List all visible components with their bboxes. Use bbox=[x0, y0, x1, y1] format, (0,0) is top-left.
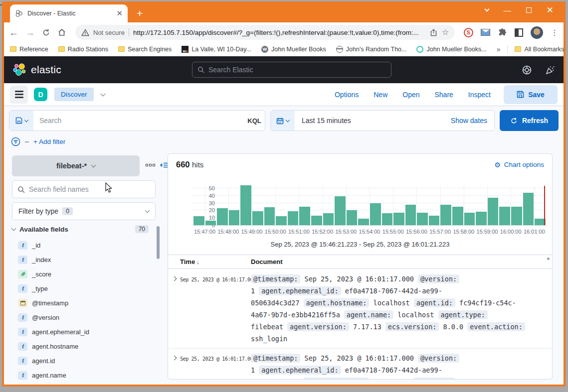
extensions-puzzle-icon[interactable] bbox=[498, 28, 507, 37]
histogram-bar[interactable] bbox=[523, 193, 534, 225]
security-label[interactable]: Not secure bbox=[93, 29, 125, 36]
histogram-bar[interactable] bbox=[511, 207, 522, 225]
save-button[interactable]: Save bbox=[504, 85, 558, 104]
omnibox[interactable]: Not secure http://172.105.7.150/app/disc… bbox=[75, 25, 455, 40]
not-secure-warning-icon[interactable] bbox=[81, 29, 89, 36]
histogram-bar[interactable] bbox=[205, 221, 216, 225]
chart-options-button[interactable]: ⚙ Chart options bbox=[494, 161, 544, 169]
refresh-button[interactable]: Refresh bbox=[500, 110, 559, 131]
bookmark-item[interactable]: WJohn Mueller Books bbox=[261, 46, 326, 53]
doc-table-row[interactable]: Sep 25, 2023 @ 16:01:17.000@timestamp: S… bbox=[168, 269, 552, 349]
date-quick-menu-button[interactable] bbox=[271, 111, 295, 131]
histogram-bar[interactable] bbox=[193, 216, 204, 225]
field-item[interactable]: t_type bbox=[12, 281, 152, 296]
url-text[interactable]: http://172.105.7.150/app/discover#/?_g=(… bbox=[133, 29, 425, 36]
inspect-link[interactable]: Inspect bbox=[468, 91, 491, 99]
available-fields-header[interactable]: Available fields 70 bbox=[12, 225, 156, 233]
tab-close-icon[interactable]: ✕ bbox=[116, 9, 123, 18]
bookmarks-overflow-icon[interactable]: » bbox=[497, 45, 501, 53]
field-item[interactable]: tagent.hostname bbox=[12, 339, 152, 354]
field-item[interactable]: tagent.name bbox=[12, 368, 152, 383]
share-icon[interactable] bbox=[429, 28, 438, 37]
histogram-bar[interactable] bbox=[440, 205, 451, 225]
histogram-bar[interactable] bbox=[264, 207, 275, 225]
elastic-logo[interactable]: elastic bbox=[12, 62, 61, 77]
histogram-bar[interactable] bbox=[417, 213, 428, 225]
field-item[interactable]: #_score bbox=[12, 267, 152, 281]
nav-menu-button[interactable] bbox=[10, 86, 28, 104]
bookmark-item[interactable]: John's Random Tho... bbox=[336, 46, 407, 53]
new-tab-button[interactable]: + bbox=[137, 8, 143, 18]
help-icon[interactable] bbox=[522, 65, 532, 75]
add-filter-link[interactable]: + Add filter bbox=[33, 138, 65, 145]
new-link[interactable]: New bbox=[374, 91, 387, 99]
reload-icon[interactable] bbox=[42, 28, 50, 37]
extension-mail-icon[interactable] bbox=[481, 29, 490, 36]
histogram-bar[interactable] bbox=[252, 211, 263, 225]
field-item[interactable]: tagent.ephemeral_id bbox=[12, 325, 152, 339]
show-dates-link[interactable]: Show dates bbox=[444, 111, 494, 131]
histogram-bar[interactable] bbox=[476, 212, 487, 225]
kql-search-input[interactable]: Search bbox=[33, 111, 244, 131]
share-link[interactable]: Share bbox=[435, 91, 453, 99]
saved-query-menu-button[interactable] bbox=[9, 111, 33, 131]
bookmark-item[interactable]: John Mueller Books... bbox=[416, 46, 486, 53]
elastic-search-input[interactable]: Search Elastic bbox=[192, 62, 391, 78]
histogram-bar[interactable] bbox=[393, 213, 404, 225]
open-link[interactable]: Open bbox=[402, 91, 419, 99]
histogram-bar[interactable] bbox=[358, 219, 369, 225]
histogram-bar[interactable] bbox=[452, 207, 463, 225]
newsfeed-icon[interactable] bbox=[545, 65, 556, 75]
histogram-bar[interactable] bbox=[347, 210, 358, 225]
field-item[interactable]: t@version bbox=[12, 310, 152, 325]
profile-avatar[interactable] bbox=[531, 26, 543, 39]
expand-row-button[interactable] bbox=[168, 273, 180, 345]
space-badge[interactable]: D bbox=[34, 88, 47, 101]
histogram-bar[interactable] bbox=[499, 207, 510, 225]
time-column-header[interactable]: Time↓ bbox=[180, 258, 251, 265]
minimize-button[interactable]: — bbox=[504, 6, 511, 14]
sidebar-scrollbar[interactable] bbox=[157, 226, 160, 259]
histogram-bar[interactable] bbox=[311, 216, 322, 225]
field-search-input[interactable]: Search field names bbox=[12, 180, 156, 198]
histogram-bar[interactable] bbox=[464, 213, 475, 225]
histogram-bar[interactable] bbox=[217, 208, 228, 225]
filter-menu-icon[interactable] bbox=[11, 137, 20, 146]
histogram-bar[interactable] bbox=[288, 211, 299, 225]
field-item[interactable]: t_index bbox=[12, 253, 152, 267]
breadcrumb-chevron-icon[interactable] bbox=[100, 91, 105, 96]
histogram-bar[interactable] bbox=[488, 198, 499, 225]
histogram-bar[interactable] bbox=[323, 213, 334, 225]
filter-by-type-button[interactable]: Filter by type 0 bbox=[12, 202, 156, 220]
doc-table-row[interactable]: Sep 25, 2023 @ 16:01:17.000@timestamp: S… bbox=[168, 349, 552, 379]
index-pattern-switcher[interactable]: filebeat-* bbox=[12, 155, 140, 176]
browser-tab[interactable]: Discover - Elastic ✕ bbox=[10, 4, 128, 22]
collapse-sidebar-icon[interactable] bbox=[160, 161, 169, 169]
extension-split-icon[interactable] bbox=[515, 28, 523, 37]
time-range-value[interactable]: Last 15 minutes bbox=[295, 111, 444, 131]
histogram-bar[interactable] bbox=[382, 213, 393, 225]
query-language-button[interactable]: KQL bbox=[244, 111, 265, 131]
extension-s-icon[interactable]: S bbox=[464, 28, 473, 37]
histogram-bar[interactable] bbox=[276, 216, 287, 225]
expand-row-button[interactable] bbox=[168, 352, 180, 379]
forward-icon[interactable]: → bbox=[25, 28, 35, 37]
maximize-button[interactable] bbox=[526, 7, 532, 13]
field-item[interactable]: tagent.id bbox=[12, 354, 152, 368]
histogram-chart[interactable]: 01020304050 bbox=[168, 186, 552, 226]
histogram-bar[interactable] bbox=[429, 216, 440, 225]
close-button[interactable]: ✕ bbox=[547, 5, 554, 15]
bookmark-item[interactable]: Radio Stations bbox=[58, 46, 108, 53]
bookmark-item[interactable]: Search Engines bbox=[118, 46, 172, 53]
field-item[interactable]: @timestamp bbox=[12, 296, 152, 310]
options-link[interactable]: Options bbox=[335, 91, 359, 99]
histogram-bar[interactable] bbox=[240, 185, 251, 225]
breadcrumb-discover[interactable]: Discover bbox=[54, 88, 94, 101]
histogram-bar[interactable] bbox=[335, 196, 346, 225]
bookmark-item[interactable]: Reference bbox=[10, 46, 48, 53]
bookmark-item[interactable]: wuLa Valle, WI 10-Day... bbox=[182, 46, 251, 53]
bookmark-star-icon[interactable]: ☆ bbox=[442, 28, 449, 36]
back-icon[interactable]: ← bbox=[9, 28, 18, 37]
histogram-bar[interactable] bbox=[299, 207, 310, 225]
doc-table-scrollbar[interactable] bbox=[547, 258, 550, 260]
